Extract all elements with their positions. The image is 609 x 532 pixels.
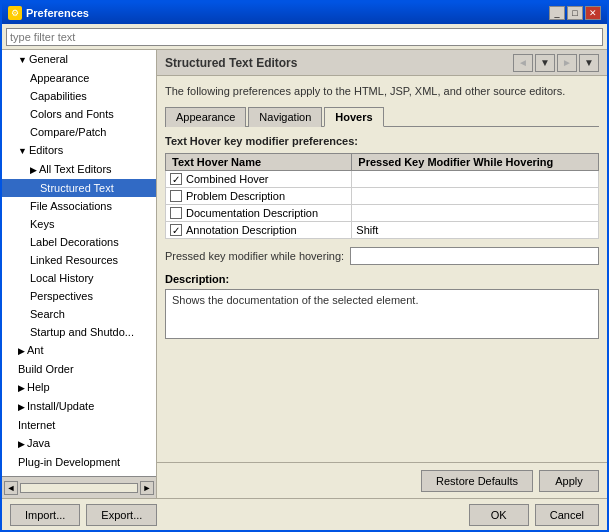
sidebar-item-keys[interactable]: Keys	[2, 215, 156, 233]
table-row: ✓ Annotation Description Shift	[166, 222, 599, 239]
java-arrow: ▶	[18, 436, 25, 452]
expand-arrow: ▼	[18, 52, 27, 68]
content-header-title: Structured Text Editors	[165, 56, 297, 70]
title-bar: ⚙ Preferences _ □ ✕	[2, 2, 607, 24]
section-title: Text Hover key modifier preferences:	[165, 135, 599, 147]
sidebar-item-local-history[interactable]: Local History	[2, 269, 156, 287]
sidebar-item-help[interactable]: ▶Help	[2, 378, 156, 397]
window-icon: ⚙	[8, 6, 22, 20]
tabs: Appearance Navigation Hovers	[165, 107, 599, 127]
sidebar-item-ant[interactable]: ▶Ant	[2, 341, 156, 360]
sidebar-item-internet[interactable]: Internet	[2, 416, 156, 434]
sidebar-item-compare-patch[interactable]: Compare/Patch	[2, 123, 156, 141]
modifier-input[interactable]	[350, 247, 599, 265]
sidebar-item-capabilities[interactable]: Capabilities	[2, 87, 156, 105]
desc-box: Shows the documentation of the selected …	[165, 289, 599, 339]
row-problem-description: Problem Description	[166, 188, 352, 205]
cancel-button[interactable]: Cancel	[535, 504, 599, 526]
sidebar-item-plugin-development[interactable]: Plug-in Development	[2, 453, 156, 471]
header-nav-buttons: ◄ ▼ ► ▼	[513, 54, 599, 72]
sidebar: ▼General Appearance Capabilities Colors …	[2, 50, 156, 476]
sidebar-footer: ◄ ►	[2, 476, 156, 498]
back-button[interactable]: ◄	[513, 54, 533, 72]
sidebar-item-linked-resources[interactable]: Linked Resources	[2, 251, 156, 269]
tab-hovers[interactable]: Hovers	[324, 107, 383, 127]
sidebar-item-all-text-editors[interactable]: ▶All Text Editors	[2, 160, 156, 179]
window-title: Preferences	[26, 7, 89, 19]
row-documentation-description: Documentation Description	[166, 205, 352, 222]
combined-hover-checkbox[interactable]: ✓	[170, 173, 182, 185]
modifier-label: Pressed key modifier while hovering:	[165, 250, 344, 262]
annotation-desc-checkbox[interactable]: ✓	[170, 224, 182, 236]
sidebar-item-file-associations[interactable]: File Associations	[2, 197, 156, 215]
tab-navigation[interactable]: Navigation	[248, 107, 322, 127]
close-button[interactable]: ✕	[585, 6, 601, 20]
problem-desc-modifier	[352, 188, 599, 205]
sidebar-container: ▼General Appearance Capabilities Colors …	[2, 50, 157, 498]
right-panel: Structured Text Editors ◄ ▼ ► ▼	[157, 50, 607, 498]
back-arrow-icon: ◄	[518, 57, 528, 68]
description-section: Description: Shows the documentation of …	[165, 273, 599, 339]
sidebar-item-build-order[interactable]: Build Order	[2, 360, 156, 378]
ant-arrow: ▶	[18, 343, 25, 359]
table-row: Documentation Description	[166, 205, 599, 222]
annotation-desc-label: Annotation Description	[186, 224, 297, 236]
sidebar-item-general[interactable]: ▼General	[2, 50, 156, 69]
search-input[interactable]	[6, 28, 603, 46]
content-body: The following preferences apply to the H…	[157, 76, 607, 462]
scroll-right-button[interactable]: ►	[140, 481, 154, 495]
sidebar-item-editors[interactable]: ▼Editors	[2, 141, 156, 160]
install-arrow: ▶	[18, 399, 25, 415]
ok-cancel-group: OK Cancel	[469, 504, 599, 526]
dropdown-icon: ▼	[540, 57, 550, 68]
desc-label: Description:	[165, 273, 599, 285]
row-combined-hover: ✓ Combined Hover	[166, 171, 352, 188]
forward-button[interactable]: ►	[557, 54, 577, 72]
bottom-apply-bar: Restore Defaults Apply	[157, 462, 607, 498]
forward-arrow-icon: ►	[562, 57, 572, 68]
tab-appearance[interactable]: Appearance	[165, 107, 246, 127]
editors-expand-arrow: ▼	[18, 143, 27, 159]
title-bar-left: ⚙ Preferences	[8, 6, 89, 20]
maximize-button[interactable]: □	[567, 6, 583, 20]
table-row: Problem Description	[166, 188, 599, 205]
main-content: ▼General Appearance Capabilities Colors …	[2, 50, 607, 498]
annotation-desc-modifier: Shift	[352, 222, 599, 239]
apply-button[interactable]: Apply	[539, 470, 599, 492]
sidebar-item-install-update[interactable]: ▶Install/Update	[2, 397, 156, 416]
sidebar-item-appearance1[interactable]: Appearance	[2, 69, 156, 87]
content-header: Structured Text Editors ◄ ▼ ► ▼	[157, 50, 607, 76]
sidebar-item-label-decorations[interactable]: Label Decorations	[2, 233, 156, 251]
doc-desc-modifier	[352, 205, 599, 222]
description-text: The following preferences apply to the H…	[165, 84, 599, 99]
table-row: ✓ Combined Hover	[166, 171, 599, 188]
export-button[interactable]: Export...	[86, 504, 157, 526]
dropdown-nav-button[interactable]: ▼	[535, 54, 555, 72]
search-toolbar	[2, 24, 607, 50]
doc-desc-checkbox[interactable]	[170, 207, 182, 219]
sidebar-item-structured-text[interactable]: Structured Text	[2, 179, 156, 197]
problem-desc-label: Problem Description	[186, 190, 285, 202]
scroll-left-button[interactable]: ◄	[4, 481, 18, 495]
sidebar-item-startup-shutdown[interactable]: Startup and Shutdo...	[2, 323, 156, 341]
horizontal-scrollbar[interactable]	[20, 483, 138, 493]
preferences-window: ⚙ Preferences _ □ ✕ ▼General Appearance …	[0, 0, 609, 532]
import-button[interactable]: Import...	[10, 504, 80, 526]
forward-dropdown-icon: ▼	[584, 57, 594, 68]
problem-desc-checkbox[interactable]	[170, 190, 182, 202]
help-arrow: ▶	[18, 380, 25, 396]
import-export-group: Import... Export...	[10, 504, 157, 526]
row-annotation-description: ✓ Annotation Description	[166, 222, 352, 239]
sidebar-item-perspectives[interactable]: Perspectives	[2, 287, 156, 305]
minimize-button[interactable]: _	[549, 6, 565, 20]
forward-dropdown-button[interactable]: ▼	[579, 54, 599, 72]
title-buttons: _ □ ✕	[549, 6, 601, 20]
all-text-expand-arrow: ▶	[30, 162, 37, 178]
combined-hover-modifier	[352, 171, 599, 188]
combined-hover-label: Combined Hover	[186, 173, 269, 185]
ok-button[interactable]: OK	[469, 504, 529, 526]
restore-defaults-button[interactable]: Restore Defaults	[421, 470, 533, 492]
sidebar-item-colors-fonts[interactable]: Colors and Fonts	[2, 105, 156, 123]
sidebar-item-search[interactable]: Search	[2, 305, 156, 323]
sidebar-item-java[interactable]: ▶Java	[2, 434, 156, 453]
